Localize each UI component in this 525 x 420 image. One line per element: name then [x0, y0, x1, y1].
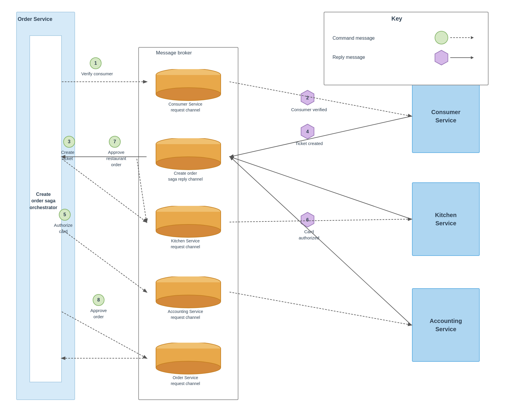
kitchen-service-box: KitchenService: [412, 182, 480, 256]
svg-marker-38: [471, 56, 474, 59]
key-reply: Reply message: [330, 49, 477, 69]
step-3-badge: 3: [63, 136, 75, 148]
svg-point-32: [435, 31, 448, 44]
step-1-label: Verify consumer: [79, 71, 115, 77]
message-broker-label: Message broker: [156, 50, 192, 56]
svg-point-24: [156, 361, 221, 374]
svg-marker-34: [471, 36, 474, 39]
orchestrator-label: Createorder sagaorchestrator: [18, 191, 69, 211]
step-1-badge: 1: [90, 57, 102, 69]
order-channel-label: Order Servicerequest channel: [144, 375, 227, 386]
svg-text:Reply message: Reply message: [333, 55, 365, 60]
svg-line-46: [230, 157, 411, 219]
cylinder-kitchen-request: [147, 206, 230, 238]
cylinder-accounting-request: [147, 276, 230, 309]
svg-point-9: [156, 157, 221, 170]
step-2-hex: 2: [300, 90, 315, 106]
step-3-label: Createticket: [54, 149, 81, 161]
order-service-label: Order Service: [18, 16, 52, 22]
svg-point-19: [156, 295, 221, 308]
step-4-label: Ticket created: [290, 140, 328, 146]
step-8-label: Approveorder: [84, 307, 113, 320]
svg-text:6: 6: [306, 217, 309, 222]
step-2-label: Consumer verified: [290, 106, 328, 113]
step-5-badge: 5: [59, 209, 71, 221]
cylinder-order-request: [147, 343, 230, 375]
step-7-badge: 7: [109, 136, 121, 148]
svg-point-14: [156, 224, 221, 237]
step-4-hex: 4: [300, 124, 315, 140]
step-7-label: Approverestaurantorder: [100, 149, 132, 168]
step-6-hex: 6: [300, 212, 315, 228]
saga-reply-channel-label: Create ordersaga reply channel: [144, 171, 227, 182]
diagram-container: Order Service Createorder sagaorchestrat…: [0, 0, 525, 420]
step-8-badge: 8: [93, 294, 104, 306]
svg-text:4: 4: [306, 129, 309, 134]
svg-line-45: [230, 219, 411, 222]
svg-text:Command message: Command message: [333, 36, 375, 41]
accounting-channel-label: Accounting Servicerequest channel: [144, 309, 227, 320]
step-5-label: Authorizecard: [49, 222, 78, 234]
svg-line-49: [230, 157, 411, 325]
svg-text:2: 2: [306, 95, 309, 100]
svg-line-48: [230, 292, 411, 325]
accounting-service-box: AccountingService: [412, 288, 480, 362]
consumer-channel-label: Consumer Servicerequest channel: [144, 101, 227, 113]
kitchen-channel-label: Kitchen Servicerequest channel: [144, 238, 227, 250]
svg-marker-36: [435, 50, 448, 65]
step-6-label: Cardauthorized: [290, 229, 328, 241]
svg-point-4: [156, 88, 221, 101]
consumer-service-box: ConsumerService: [412, 79, 480, 153]
key-command: Command message: [330, 29, 477, 50]
cylinder-consumer-request: [147, 69, 230, 101]
svg-line-41: [230, 116, 411, 157]
key-title: Key: [391, 15, 402, 22]
cylinder-saga-reply: [147, 138, 230, 171]
